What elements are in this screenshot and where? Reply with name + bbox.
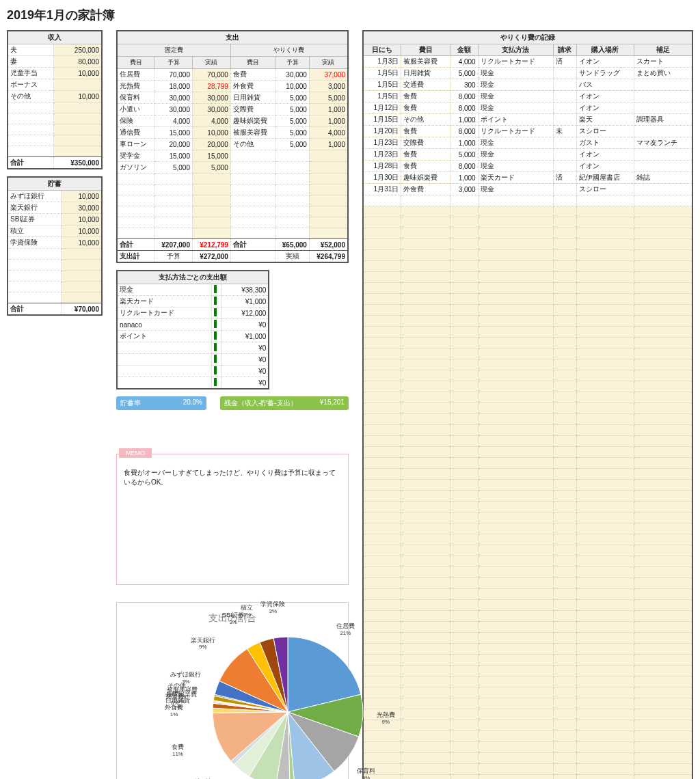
table-row: 夫250,000 — [8, 44, 102, 56]
table-row — [363, 217, 692, 228]
table-row — [363, 622, 692, 633]
table-row — [363, 305, 692, 316]
table-row — [363, 370, 692, 381]
table-row: nanaco¥0 — [117, 319, 269, 331]
table-row — [363, 316, 692, 327]
table-row — [363, 775, 692, 780]
table-row — [363, 709, 692, 720]
table-row — [363, 338, 692, 348]
table-row — [363, 261, 692, 272]
table-row: ¥0 — [117, 366, 269, 377]
table-row — [363, 502, 692, 512]
table-row: 楽天カード¥1,000 — [117, 296, 269, 308]
memo-text: 食費がオーバーしすぎてしまったけど、やりくり費は予算に収まっているからOK。 — [124, 469, 336, 486]
table-row: 光熱費18,00028,799外食費10,0003,000 — [117, 81, 348, 92]
table-row — [363, 687, 692, 698]
table-row: 保育料30,00030,000日用雑貨5,0005,000 — [117, 92, 348, 104]
table-row — [363, 195, 692, 206]
table-row — [363, 425, 692, 436]
table-row: SBI証券10,000 — [8, 214, 102, 226]
table-row — [117, 174, 348, 184]
income-table: 収入 夫250,000妻80,000児童手当10,000ボーナスその他10,00… — [7, 30, 103, 169]
table-row — [363, 578, 692, 589]
pie-chart: 支出の割合 住居費21%光熱費9%保育料9%小遣い9%保険1%通信費3%車ローン… — [116, 602, 349, 779]
table-row — [363, 294, 692, 305]
table-row — [8, 271, 102, 282]
table-row: ガソリン5,0005,000 — [117, 162, 348, 174]
table-row — [8, 102, 102, 113]
table-row — [363, 359, 692, 370]
table-row: 奨学金15,00015,000 — [117, 150, 348, 162]
table-row: 児童手当10,000 — [8, 68, 102, 79]
chart-label: 保育料9% — [357, 768, 375, 779]
table-row — [363, 436, 692, 447]
memo-box: 食費がオーバーしすぎてしまったけど、やりくり費は予算に収まっているからOK。 — [116, 454, 349, 585]
memo-tag: MEMO — [119, 448, 152, 458]
table-row — [363, 567, 692, 578]
table-row: 1月23日交際費1,000現金ガストママ友ランチ — [363, 137, 692, 149]
table-row: 1月30日趣味娯楽費1,000楽天カード済紀伊國屋書店雑誌 — [363, 172, 692, 184]
page-title: 2019年1月の家計簿 — [7, 7, 693, 23]
table-row: ¥0 — [117, 377, 269, 390]
spending-table: 支出 固定費 やりくり費 費目 予算 実績 費目 予算 実績 住居費70,000… — [116, 30, 349, 263]
chart-label: 学資保険3% — [260, 601, 285, 615]
table-row — [363, 589, 692, 600]
spending-header: 支出 — [117, 31, 348, 44]
table-row — [363, 228, 692, 239]
log-header: やりくり費の記録 — [363, 31, 692, 44]
table-row — [363, 556, 692, 567]
table-row — [8, 282, 102, 292]
table-row — [363, 720, 692, 731]
table-row — [363, 272, 692, 283]
table-row — [363, 512, 692, 523]
table-row — [8, 249, 102, 260]
log-table: やりくり費の記録 日にち 費目 金額 支払方法 請求 購入場所 補足 1月3日被… — [362, 30, 693, 779]
table-row — [363, 534, 692, 545]
table-row — [363, 742, 692, 753]
by-method-header: 支払方法ごとの支出額 — [117, 271, 269, 284]
savings-rate-pill: 貯蓄率 20.0% — [116, 396, 206, 410]
variable-header: やりくり費 — [230, 44, 348, 57]
table-row — [363, 523, 692, 534]
table-row — [363, 414, 692, 425]
remain-pill: 残金（収入-貯蓄-支出） ¥15,201 — [220, 396, 349, 410]
table-row — [8, 135, 102, 146]
table-row: ¥0 — [117, 342, 269, 354]
table-row — [117, 228, 348, 239]
table-row — [363, 676, 692, 687]
table-row — [363, 633, 692, 644]
table-row: 1月15日その他1,000ポイント楽天調理器具 — [363, 114, 692, 126]
savings-table: 貯蓄 みずほ銀行10,000楽天銀行30,000SBI証券10,000積立10,… — [7, 176, 103, 316]
savings-header: 貯蓄 — [8, 177, 102, 191]
table-row: 1月5日日用雑貨5,000現金サンドラッグまとめ買い — [363, 68, 692, 79]
table-row: その他10,000 — [8, 91, 102, 102]
table-row: ポイント¥1,000 — [117, 331, 269, 342]
table-row: 通信費15,00010,000被服美容費5,0004,000 — [117, 127, 348, 139]
chart-label: 積立3% — [241, 605, 253, 618]
chart-label: 光熱費9% — [377, 712, 395, 726]
table-row — [363, 447, 692, 458]
table-row — [8, 113, 102, 124]
table-row: 1月23日食費5,000現金イオン — [363, 149, 692, 161]
income-total-value: ¥350,000 — [54, 157, 102, 169]
table-row — [363, 283, 692, 294]
table-row — [8, 146, 102, 157]
table-row: 学資保険10,000 — [8, 237, 102, 249]
chart-label: 楽天銀行9% — [191, 638, 215, 651]
table-row — [363, 250, 692, 261]
table-row: 楽天銀行30,000 — [8, 202, 102, 214]
table-row — [363, 698, 692, 709]
table-row: 1月20日食費8,000リクルートカード未スシロー — [363, 126, 692, 137]
table-row: ボーナス — [8, 79, 102, 91]
table-row — [8, 260, 102, 271]
table-row — [363, 666, 692, 676]
savings-total-value: ¥70,000 — [61, 303, 102, 316]
table-row — [363, 764, 692, 775]
chart-label: みずほ銀行3% — [170, 672, 201, 685]
table-row: 小遣い30,00030,000交際費5,0001,000 — [117, 104, 348, 115]
table-row — [117, 206, 348, 217]
table-row — [8, 292, 102, 303]
table-row — [363, 491, 692, 502]
table-row: 妻80,000 — [8, 56, 102, 68]
table-row — [117, 184, 348, 195]
